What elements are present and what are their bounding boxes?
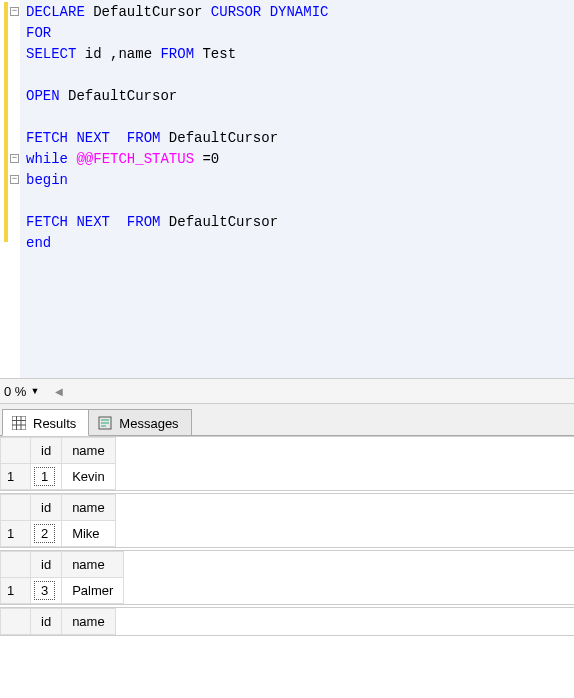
zoom-dropdown-icon[interactable]: ▼ — [30, 386, 39, 396]
results-tabs: Results Messages — [0, 404, 574, 436]
result-grid: idname — [0, 607, 574, 636]
table-row[interactable]: 11Kevin — [1, 464, 116, 490]
result-table[interactable]: idname — [0, 608, 116, 635]
result-grid: idname13Palmer — [0, 550, 574, 605]
table-corner — [1, 552, 31, 578]
fold-toggle-icon[interactable]: − — [10, 154, 19, 163]
tab-messages[interactable]: Messages — [88, 409, 191, 435]
tab-messages-label: Messages — [119, 416, 178, 431]
results-grid-icon — [11, 415, 27, 431]
table-cell[interactable]: Palmer — [62, 578, 124, 604]
messages-icon — [97, 415, 113, 431]
column-header[interactable]: name — [62, 552, 124, 578]
column-header[interactable]: id — [31, 438, 62, 464]
code-content[interactable]: DECLARE DefaultCursor CURSOR DYNAMICFORS… — [20, 0, 574, 254]
tab-results-label: Results — [33, 416, 76, 431]
fold-toggle-icon[interactable]: − — [10, 7, 19, 16]
table-row[interactable]: 12Mike — [1, 521, 116, 547]
column-header[interactable]: id — [31, 495, 62, 521]
table-cell[interactable]: Mike — [62, 521, 116, 547]
table-cell[interactable]: Kevin — [62, 464, 116, 490]
svg-rect-0 — [12, 416, 26, 430]
zoom-value[interactable]: 0 % — [4, 384, 26, 399]
result-grid: idname11Kevin — [0, 436, 574, 491]
sql-editor[interactable]: −−− DECLARE DefaultCursor CURSOR DYNAMIC… — [0, 0, 574, 378]
results-pane: idname11Kevinidname12Mikeidname13Palmeri… — [0, 436, 574, 636]
column-header[interactable]: id — [31, 609, 62, 635]
result-table[interactable]: idname11Kevin — [0, 437, 116, 490]
tab-results[interactable]: Results — [2, 409, 89, 436]
result-table[interactable]: idname13Palmer — [0, 551, 124, 604]
editor-gutter: −−− — [0, 0, 20, 378]
column-header[interactable]: name — [62, 438, 116, 464]
table-corner — [1, 495, 31, 521]
fold-toggle-icon[interactable]: − — [10, 175, 19, 184]
table-cell[interactable]: 3 — [31, 578, 62, 604]
result-table[interactable]: idname12Mike — [0, 494, 116, 547]
table-cell[interactable]: 2 — [31, 521, 62, 547]
table-corner — [1, 609, 31, 635]
zoom-bar: 0 % ▼ ◀ — [0, 378, 574, 404]
result-grid: idname12Mike — [0, 493, 574, 548]
row-number[interactable]: 1 — [1, 521, 31, 547]
row-number[interactable]: 1 — [1, 464, 31, 490]
column-header[interactable]: id — [31, 552, 62, 578]
table-corner — [1, 438, 31, 464]
table-cell[interactable]: 1 — [31, 464, 62, 490]
scroll-left-icon[interactable]: ◀ — [55, 386, 63, 397]
column-header[interactable]: name — [62, 495, 116, 521]
column-header[interactable]: name — [62, 609, 116, 635]
change-marker — [4, 2, 8, 242]
row-number[interactable]: 1 — [1, 578, 31, 604]
table-row[interactable]: 13Palmer — [1, 578, 124, 604]
